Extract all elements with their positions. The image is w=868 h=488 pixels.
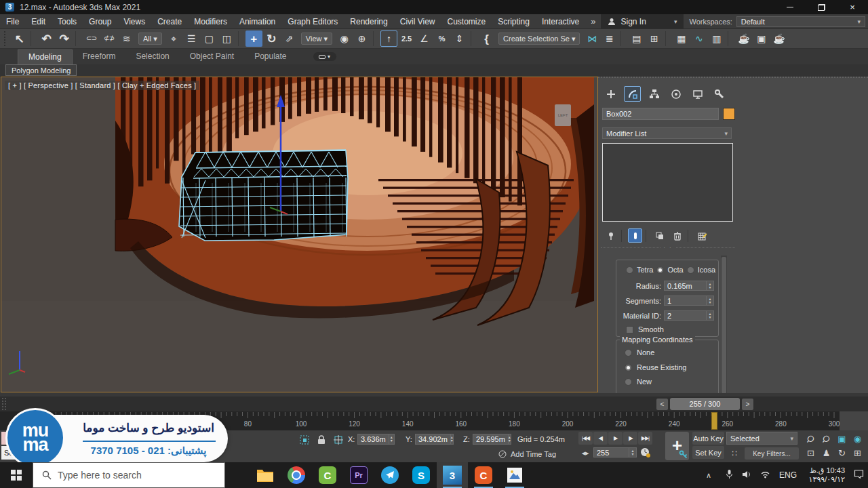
spinner-snap-icon[interactable]: ⇕ [451, 30, 468, 47]
remove-modifier-button[interactable] [670, 228, 684, 243]
icosa-radio[interactable] [687, 266, 694, 274]
perspective-viewport[interactable]: LEFT [ + ] [ Perspective ] [ Standard ] … [1, 77, 598, 392]
material-id-spinner[interactable]: ▴▾ [707, 310, 714, 321]
mapping-reuse-radio[interactable] [625, 364, 632, 371]
ribbon-tab-modeling[interactable]: Modeling [18, 49, 73, 64]
select-and-manipulate-icon[interactable]: ⊕ [353, 30, 370, 47]
workspace-dropdown[interactable]: Default ▾ [736, 16, 865, 27]
select-by-name-icon[interactable]: ☰ [183, 30, 200, 47]
rollout-separator[interactable]: · · [601, 247, 735, 256]
radius-field[interactable]: 0.165m [664, 281, 707, 291]
scene-explorer-icon[interactable]: ▤ [628, 30, 645, 47]
object-name-field[interactable]: Box002 [602, 108, 719, 120]
speaker-icon[interactable] [742, 469, 751, 481]
go-to-start-button[interactable]: |◀◀ [578, 432, 593, 445]
snaps-25d-icon[interactable]: 2.5 [398, 30, 415, 47]
menu-edit[interactable]: Edit [25, 14, 52, 28]
select-and-rotate-icon[interactable]: ↻ [263, 30, 280, 47]
play-button[interactable]: ▶ [608, 432, 623, 445]
keyboard-override-icon[interactable]: { [478, 30, 495, 47]
radius-spinner[interactable]: ▴▾ [707, 281, 714, 291]
select-and-link-icon[interactable]: ⊂⊃ [83, 30, 100, 47]
material-id-field[interactable]: 2 [664, 310, 707, 321]
create-tab-icon[interactable] [602, 86, 619, 102]
auto-key-button[interactable]: Auto Key [692, 432, 724, 445]
add-time-tag-button[interactable]: Add Time Tag [498, 450, 556, 458]
start-button[interactable] [0, 462, 33, 488]
scrollbar-thumb[interactable] [722, 257, 726, 394]
utilities-tab-icon[interactable] [711, 86, 728, 102]
window-crossing-icon[interactable]: ◫ [218, 30, 235, 47]
toolbar-grip[interactable] [4, 31, 8, 46]
current-frame-marker[interactable] [711, 412, 717, 430]
zoom-extents-all-icon[interactable]: ◉ [850, 432, 865, 446]
z-coordinate[interactable]: 29.595m▴▾ [473, 434, 510, 445]
menu-civil-view[interactable]: Civil View [394, 14, 441, 28]
menu-scripting[interactable]: Scripting [492, 14, 536, 28]
key-filters-button[interactable]: Key Filters... [745, 447, 799, 460]
premiere-icon[interactable]: Pr [343, 462, 374, 488]
ribbon-tab-freeform[interactable]: Freeform [73, 49, 126, 64]
percent-snap-icon[interactable]: % [433, 30, 450, 47]
menu-file[interactable]: File [0, 14, 25, 28]
modifier-list-dropdown[interactable]: Modifier List ▾ [602, 127, 732, 139]
render-setup-icon[interactable]: ☕ [735, 30, 752, 47]
menu-rendering[interactable]: Rendering [344, 14, 393, 28]
reference-coordinate-dropdown[interactable]: View ▾ [301, 33, 332, 45]
3ds-max-taskbar-icon[interactable]: 3 [437, 462, 468, 488]
wifi-icon[interactable] [760, 469, 770, 481]
use-pivot-point-icon[interactable]: ◉ [336, 30, 353, 47]
angle-snap-icon[interactable]: ∠ [416, 30, 433, 47]
unlink-selection-icon[interactable]: ⊄⊅ [100, 30, 117, 47]
next-frame-button[interactable]: |▶ [623, 432, 637, 445]
time-slider-handle[interactable]: < 255 / 300 > [656, 398, 753, 410]
menu-group[interactable]: Group [83, 14, 117, 28]
chrome-icon[interactable] [281, 462, 312, 488]
ribbon-tab-selection[interactable]: Selection [125, 49, 179, 64]
segments-field[interactable]: 1 [664, 296, 707, 306]
tetra-radio[interactable] [626, 266, 633, 274]
menu-overflow-icon[interactable]: » [585, 14, 601, 28]
motion-tab-icon[interactable] [667, 86, 684, 102]
selected-box-wireframe[interactable] [179, 150, 348, 241]
current-frame-field[interactable]: 255▴▾ [593, 447, 637, 458]
selection-region-icon[interactable] [298, 434, 311, 446]
x-coordinate[interactable]: 3.636m▴▾ [357, 434, 395, 445]
search-input[interactable] [58, 470, 207, 481]
next-frame-arrow[interactable]: > [742, 399, 753, 410]
select-and-move-icon[interactable]: + [245, 30, 262, 47]
viewport-label[interactable]: [ + ] [ Perspective ] [ Standard ] [ Cla… [5, 81, 199, 90]
display-tab-icon[interactable] [689, 86, 706, 102]
make-unique-button[interactable] [652, 228, 667, 243]
rectangular-selection-region-icon[interactable]: ▢ [201, 30, 218, 47]
close-button[interactable]: × [837, 0, 868, 14]
minimize-button[interactable] [774, 0, 806, 14]
previous-frame-arrow[interactable]: < [656, 399, 668, 410]
select-object-icon[interactable]: ⌖ [165, 30, 182, 47]
snaps-toggle-icon[interactable]: ↑ [380, 30, 397, 47]
show-end-result-button[interactable] [628, 228, 642, 243]
camtasia-recorder-icon[interactable]: C [468, 462, 499, 488]
named-selection-set-dropdown[interactable]: Create Selection Se ▾ [498, 33, 580, 45]
menu-interactive[interactable]: Interactive [536, 14, 585, 28]
render-production-icon[interactable]: ☕ [770, 30, 787, 47]
menu-graph-editors[interactable]: Graph Editors [281, 14, 344, 28]
tray-expand-icon[interactable]: ∧ [706, 471, 711, 480]
hierarchy-tab-icon[interactable] [646, 86, 663, 102]
ribbon-minimize-button[interactable]: ▾ [313, 52, 336, 61]
clock[interactable]: 10:43 ق.ظ ۱۳۹۹/۰۹/۱۲ [806, 466, 845, 484]
pin-stack-button[interactable] [604, 228, 618, 243]
redo-icon[interactable]: ↷ [56, 30, 73, 47]
ribbon-toggle-icon[interactable]: ▦ [673, 30, 690, 47]
notification-icon[interactable] [854, 469, 864, 481]
key-mode-toggle[interactable]: ◀ ▶ [578, 447, 591, 460]
segments-spinner[interactable]: ▴▾ [707, 296, 714, 306]
previous-frame-button[interactable]: ◀| [593, 432, 608, 445]
microphone-icon[interactable] [726, 469, 733, 482]
smooth-checkbox[interactable] [626, 326, 633, 333]
undo-icon[interactable]: ↶ [38, 30, 55, 47]
time-configuration-icon[interactable] [640, 447, 651, 460]
sign-in-button[interactable]: Sign In ▾ [601, 14, 684, 28]
ribbon-tab-object-paint[interactable]: Object Paint [180, 49, 244, 64]
telegram-icon[interactable] [374, 462, 406, 488]
